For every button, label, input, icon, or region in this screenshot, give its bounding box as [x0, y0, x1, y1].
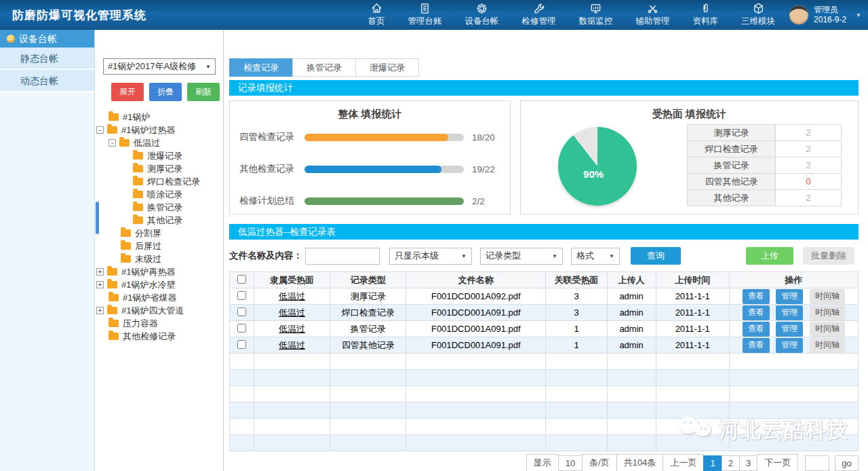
record-type-select[interactable]: 记录类型 ▼ [480, 248, 563, 265]
progress-value: 19/22 [472, 164, 500, 174]
tree-node-other-overhaul[interactable]: 其他检修记录 [95, 330, 223, 343]
folder-icon [108, 113, 119, 121]
overhaul-select[interactable]: #1锅炉2017年A级检修 ▼ [103, 58, 216, 75]
tree-node-low-temp[interactable]: -低温过 [95, 136, 223, 149]
timeline-button[interactable]: 时间轴 [810, 305, 845, 320]
overall-stats-panel: 整体 填报统计 四管检查记录 18/20 其他检查记录 19/22 检修计划总结… [229, 100, 511, 214]
tree-node-spray-records[interactable]: 喷涂记录 [95, 188, 223, 201]
tree-node-pressure-vessel[interactable]: 压力容器 [95, 317, 223, 330]
user-menu[interactable]: 管理员 2016-9-2 ▼ [789, 0, 861, 30]
tab-inspection-records[interactable]: 检查记录 [229, 58, 293, 77]
tab-tube-change-records[interactable]: 换管记录 [292, 58, 356, 77]
sidebar-item-dynamic-ledger[interactable]: 动态台帐 [0, 70, 94, 92]
cube-icon [752, 2, 765, 15]
tree-node-four-pipes[interactable]: +#1锅炉四大管道 [95, 304, 223, 317]
tree-panel: #1锅炉2017年A级检修 ▼ 展开 折叠 刷新 #1锅炉 -#1锅炉过热器 -… [95, 30, 224, 471]
search-button[interactable]: 查询 [631, 247, 681, 265]
surface-link[interactable]: 低温过 [279, 324, 305, 334]
row-checkbox[interactable] [237, 340, 246, 349]
expand-toggle-icon[interactable]: + [96, 281, 104, 288]
view-button[interactable]: 查看 [743, 322, 770, 337]
batch-delete-button[interactable]: 批量删除 [803, 247, 854, 265]
format-select[interactable]: 格式 ▼ [571, 248, 620, 265]
expand-toggle-icon[interactable]: + [96, 307, 104, 314]
tree-node-reheater[interactable]: +#1锅炉再热器 [95, 265, 223, 278]
surface-link[interactable]: 低温过 [279, 291, 305, 301]
expand-toggle-icon[interactable]: + [96, 268, 104, 276]
collapse-button[interactable]: 折叠 [149, 83, 182, 101]
nav-item-home[interactable]: 首页 [357, 1, 397, 29]
avatar [789, 5, 809, 25]
table-row: 换管记录2 [688, 157, 842, 174]
nav-item-data-monitor[interactable]: 数据监控 [568, 1, 625, 29]
manage-button[interactable]: 管理 [776, 322, 803, 337]
expand-button[interactable]: 展开 [111, 83, 144, 101]
refresh-button[interactable]: 刷新 [187, 83, 220, 101]
page-button-1[interactable]: 1 [703, 455, 722, 471]
tree-node-other-records[interactable]: 其他记录 [95, 214, 223, 227]
manage-button[interactable]: 管理 [776, 338, 803, 353]
tree-node-economizer[interactable]: #1锅炉省煤器 [95, 291, 223, 304]
file-search-input[interactable] [305, 248, 380, 265]
nav-item-device-ledger[interactable]: 设备台帐 [454, 1, 511, 29]
overall-stats-title: 整体 填报统计 [230, 108, 510, 121]
tree-node-weld-records[interactable]: 焊口检查记录 [95, 175, 223, 188]
app-title: 防磨防爆可视化管理系统 [0, 7, 146, 23]
heating-surface-stats-panel: 受热面 填报统计 90% 测厚记录2 焊口检查记录2 换管记录2 四管其他记录0… [520, 100, 859, 214]
orange-dot-icon [7, 35, 15, 43]
surface-link[interactable]: 低温过 [279, 307, 305, 318]
progress-track [304, 166, 464, 173]
tree-node-burst-records[interactable]: 泄爆记录 [95, 149, 223, 162]
tree-node-division-panel[interactable]: 分割屏 [95, 227, 223, 240]
collapse-toggle-icon[interactable]: - [96, 126, 104, 134]
nav-item-library[interactable]: 资料库 [682, 1, 730, 29]
scrollbar-thumb[interactable] [96, 202, 99, 234]
sidebar-item-device-ledger[interactable]: 设备台帐 [0, 30, 94, 48]
table-row: 低温过 换管记录 F001DCD001A091.pdf 1 admin 2011… [230, 321, 859, 337]
nav-item-management-ledger[interactable]: 管理台账 [397, 1, 454, 29]
tab-burst-records[interactable]: 泄爆记录 [355, 58, 419, 77]
scope-select[interactable]: 只显示本级 ▼ [389, 248, 472, 265]
row-checkbox[interactable] [237, 307, 246, 316]
total-count: 共104条 [616, 454, 664, 471]
nav-item-3d-module[interactable]: 三维模块 [730, 1, 787, 29]
upload-button[interactable]: 上传 [746, 247, 793, 265]
manage-button[interactable]: 管理 [776, 289, 803, 304]
view-button[interactable]: 查看 [743, 289, 770, 304]
tree-node-thickness-records[interactable]: 测厚记录 [95, 162, 223, 175]
table-row: 其他记录2 [688, 190, 842, 206]
file-search-label: 文件名称及内容： [229, 250, 302, 262]
collapse-toggle-icon[interactable]: - [108, 139, 116, 147]
row-checkbox[interactable] [237, 291, 246, 300]
tree-node-rear-panel[interactable]: 后屏过 [95, 240, 223, 252]
tree-node-tube-change-records[interactable]: 换管记录 [95, 201, 223, 214]
nav-item-maintenance[interactable]: 检修管理 [511, 1, 568, 29]
nav-item-auxiliary[interactable]: 辅助管理 [625, 1, 682, 29]
row-checkbox[interactable] [237, 324, 246, 333]
next-page-button[interactable]: 下一页 [757, 454, 798, 471]
manage-button[interactable]: 管理 [776, 305, 803, 320]
page-jump-input[interactable] [805, 455, 829, 471]
chevron-down-icon: ▼ [545, 253, 557, 259]
tree-node-superheater[interactable]: -#1锅炉过热器 [95, 124, 223, 136]
page-size-value[interactable]: 10 [558, 455, 583, 471]
prev-page-button[interactable]: 上一页 [663, 454, 704, 471]
table-row: 低温过 焊口检查记录 F001DCD001A091.pdf 3 admin 20… [230, 305, 859, 321]
select-all-checkbox[interactable] [237, 275, 246, 284]
view-button[interactable]: 查看 [743, 305, 770, 320]
tree-node-final-stage[interactable]: 末级过 [95, 252, 223, 265]
tree-node-boiler1[interactable]: #1锅炉 [95, 111, 223, 124]
home-icon [370, 2, 383, 15]
page-button-2[interactable]: 2 [722, 455, 740, 471]
table-row-empty [230, 354, 859, 370]
wrench-icon [532, 2, 545, 15]
timeline-button[interactable]: 时间轴 [810, 289, 845, 304]
go-button[interactable]: go [835, 455, 859, 471]
sidebar-item-static-ledger[interactable]: 静态台帐 [0, 48, 94, 70]
surface-link[interactable]: 低温过 [279, 340, 305, 350]
timeline-button[interactable]: 时间轴 [810, 338, 845, 353]
timeline-button[interactable]: 时间轴 [810, 322, 845, 337]
tree-node-water-wall[interactable]: +#1锅炉水冷壁 [95, 278, 223, 291]
page-button-3[interactable]: 3 [739, 455, 757, 471]
view-button[interactable]: 查看 [743, 338, 770, 353]
